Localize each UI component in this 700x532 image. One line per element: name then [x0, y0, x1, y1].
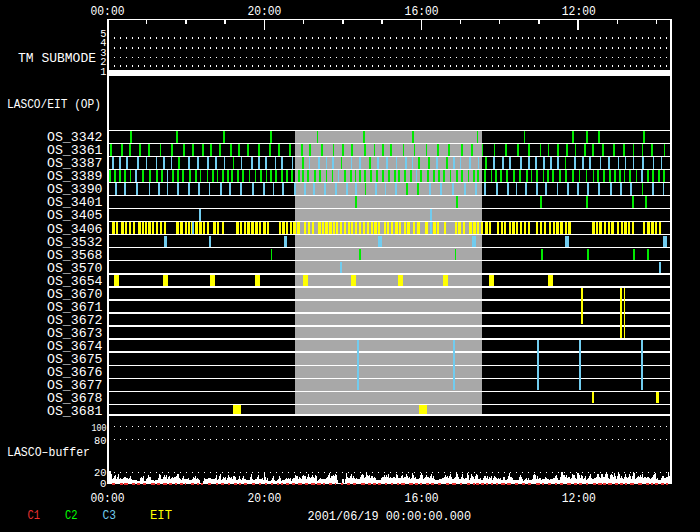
svg-text:12:00: 12:00 [562, 492, 596, 506]
svg-text:OS_3674: OS_3674 [47, 340, 103, 354]
svg-text:OS_3672: OS_3672 [47, 314, 103, 328]
svg-text:OS_3673: OS_3673 [47, 327, 103, 341]
svg-text:OS_3570: OS_3570 [47, 262, 103, 276]
svg-text:C1: C1 [28, 509, 41, 523]
svg-text:OS_3678: OS_3678 [47, 392, 103, 406]
svg-text:OS_3389: OS_3389 [47, 170, 103, 184]
svg-text:0: 0 [100, 478, 107, 490]
svg-text:20:00: 20:00 [247, 492, 281, 506]
svg-text:OS_3361: OS_3361 [47, 144, 103, 158]
svg-text:80: 80 [94, 435, 107, 447]
svg-text:EIT: EIT [150, 509, 172, 523]
svg-text:OS_3387: OS_3387 [47, 157, 103, 171]
svg-text:C3: C3 [103, 509, 117, 523]
svg-text:LASCO/EIT (OP): LASCO/EIT (OP) [7, 98, 101, 112]
svg-text:OS_3390: OS_3390 [47, 183, 103, 197]
svg-text:20:00: 20:00 [247, 4, 281, 19]
svg-text:1: 1 [100, 66, 106, 78]
svg-text:OS_3675: OS_3675 [47, 353, 103, 367]
svg-text:OS_3677: OS_3677 [47, 379, 103, 393]
svg-text:00:00: 00:00 [91, 4, 125, 19]
svg-text:16:00: 16:00 [405, 4, 439, 19]
svg-text:OS_3568: OS_3568 [47, 249, 103, 263]
svg-text:OS_3654: OS_3654 [47, 275, 103, 289]
svg-text:OS_3406: OS_3406 [47, 223, 103, 237]
svg-text:OS_3671: OS_3671 [47, 301, 103, 315]
svg-text:OS_3405: OS_3405 [47, 209, 103, 223]
svg-text:12:00: 12:00 [562, 4, 596, 19]
svg-text:2001/06/19 00:00:00.000: 2001/06/19 00:00:00.000 [308, 509, 472, 524]
svg-text:OS_3401: OS_3401 [47, 196, 103, 210]
svg-text:OS_3681: OS_3681 [47, 405, 103, 419]
svg-text:OS_3670: OS_3670 [47, 288, 103, 302]
svg-text:LASCO–buffer: LASCO–buffer [7, 446, 90, 460]
svg-text:100: 100 [92, 422, 107, 434]
svg-text:OS_3532: OS_3532 [47, 236, 103, 250]
svg-text:OS_3342: OS_3342 [47, 131, 103, 145]
svg-text:16:00: 16:00 [405, 492, 439, 506]
svg-text:OS_3676: OS_3676 [47, 366, 103, 380]
svg-text:TM SUBMODE: TM SUBMODE [18, 51, 96, 66]
svg-text:C2: C2 [65, 509, 78, 523]
svg-text:00:00: 00:00 [91, 492, 125, 506]
